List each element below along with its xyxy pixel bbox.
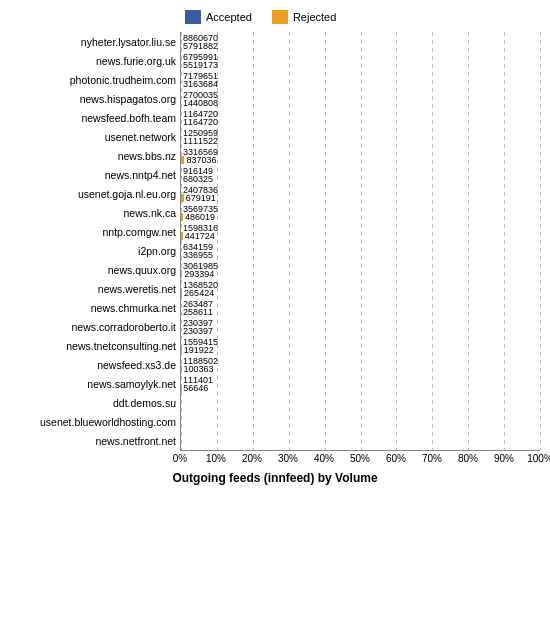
- bar-rejected-label: 1164720: [183, 117, 218, 127]
- bar-row: 1559415191922: [181, 336, 540, 355]
- bar-rejected-label: 680325: [183, 174, 213, 184]
- x-tick: 80%: [458, 453, 478, 464]
- bar-rejected: 56646: [181, 384, 213, 392]
- x-tick: 60%: [386, 453, 406, 464]
- y-label: newsfeed.bofh.team: [10, 108, 180, 127]
- bar-rejected: 293394: [181, 270, 218, 278]
- bar-rejected-label: 265424: [184, 288, 214, 298]
- bar-pair: 1598316441724: [181, 222, 218, 241]
- bar-rejected: 100363: [181, 365, 218, 373]
- bar-rejected-label: 258611: [183, 307, 213, 317]
- bar-rejected: 3163684: [181, 80, 218, 88]
- bar-rejected: 486019: [181, 213, 218, 221]
- bar-rejected-fill: [181, 289, 182, 297]
- bar-rejected: 679191: [181, 194, 218, 202]
- bar-rejected: 258611: [181, 308, 213, 316]
- bar-row: 2407836679191: [181, 184, 540, 203]
- y-label: news.nk.ca: [10, 203, 180, 222]
- bar-row: [181, 393, 540, 412]
- bar-rejected-label: 1111522: [183, 136, 218, 146]
- bar-rejected: 1111522: [181, 137, 218, 145]
- x-tick: 50%: [350, 453, 370, 464]
- y-label: news.samoylyk.net: [10, 374, 180, 393]
- y-labels: nyheter.lysator.liu.senews.furie.org.ukp…: [10, 32, 180, 467]
- bar-rejected-label: 679191: [186, 193, 216, 203]
- bar-pair: 88606705791882: [181, 32, 218, 51]
- bar-rejected-label: 837036: [186, 155, 216, 165]
- bar-row: 1598316441724: [181, 222, 540, 241]
- bar-row: 11647201164720: [181, 108, 540, 127]
- x-tick: 20%: [242, 453, 262, 464]
- x-tick: 90%: [494, 453, 514, 464]
- x-tick: 30%: [278, 453, 298, 464]
- y-label: news.tnetconsulting.net: [10, 336, 180, 355]
- bar-rejected: 230397: [181, 327, 213, 335]
- legend-rejected: Rejected: [272, 10, 336, 24]
- legend-rejected-label: Rejected: [293, 11, 336, 23]
- bar-rejected-label: 1440808: [183, 98, 218, 108]
- bar-pair: 67959915519173: [181, 51, 218, 70]
- y-label: news.hispagatos.org: [10, 89, 180, 108]
- bar-rejected: 1164720: [181, 118, 218, 126]
- bar-rejected-label: 100363: [183, 364, 213, 374]
- y-label: i2pn.org: [10, 241, 180, 260]
- y-label: news.chmurka.net: [10, 298, 180, 317]
- bar-pair: 12509591111522: [181, 127, 218, 146]
- bar-rejected-label: 56646: [183, 383, 208, 393]
- bar-rejected-label: 486019: [185, 212, 215, 222]
- grid-line: [540, 32, 541, 450]
- bar-rejected-label: 3163684: [183, 79, 218, 89]
- y-label: news.quux.org: [10, 260, 180, 279]
- bar-rejected-label: 441724: [185, 231, 215, 241]
- x-tick: 100%: [527, 453, 550, 464]
- bar-pair: 71796513163684: [181, 70, 218, 89]
- bar-pair: 11140156646: [181, 374, 213, 393]
- bar-pair: 634159336955: [181, 241, 213, 260]
- bar-row: 263487258611: [181, 298, 540, 317]
- bar-row: [181, 431, 540, 450]
- y-label: news.corradoroberto.it: [10, 317, 180, 336]
- bar-row: 916149680325: [181, 165, 540, 184]
- bar-row: 3061985293394: [181, 260, 540, 279]
- bar-rejected-label: 5791882: [183, 41, 218, 51]
- bar-rejected: 265424: [181, 289, 218, 297]
- bar-row: 27000351440808: [181, 89, 540, 108]
- bar-rejected: 1440808: [181, 99, 218, 107]
- chart-container: Accepted Rejected nyheter.lysator.liu.se…: [0, 0, 550, 630]
- bar-row: 11140156646: [181, 374, 540, 393]
- bar-pair: 1188502100363: [181, 355, 218, 374]
- bar-rejected-fill: [181, 213, 183, 221]
- bar-pair: 1559415191922: [181, 336, 218, 355]
- bar-rejected-label: 336955: [183, 250, 213, 260]
- y-label: newsfeed.xs3.de: [10, 355, 180, 374]
- bar-pair: 230397230397: [181, 317, 213, 336]
- bar-row: 3569735486019: [181, 203, 540, 222]
- bars-wrapper: 8860670579188267959915519173717965131636…: [180, 32, 540, 467]
- bar-row: 88606705791882: [181, 32, 540, 51]
- y-label: news.netfront.net: [10, 431, 180, 450]
- y-label: photonic.trudheim.com: [10, 70, 180, 89]
- bar-rejected: 5519173: [181, 61, 218, 69]
- x-axis-ticks: 0%10%20%30%40%50%60%70%80%90%100%: [180, 451, 540, 467]
- bar-row: 67959915519173: [181, 51, 540, 70]
- bar-rejected-label: 5519173: [183, 60, 218, 70]
- bar-pair: 263487258611: [181, 298, 213, 317]
- y-label: ddt.demos.su: [10, 393, 180, 412]
- y-label: news.nntp4.net: [10, 165, 180, 184]
- bar-row: 3316569837036: [181, 146, 540, 165]
- bar-pair: 2407836679191: [181, 184, 218, 203]
- y-label: news.furie.org.uk: [10, 51, 180, 70]
- x-tick: 10%: [206, 453, 226, 464]
- legend-rejected-box: [272, 10, 288, 24]
- y-label: usenet.network: [10, 127, 180, 146]
- legend: Accepted Rejected: [10, 10, 540, 24]
- legend-accepted-box: [185, 10, 201, 24]
- x-tick: 40%: [314, 453, 334, 464]
- y-label: usenet.goja.nl.eu.org: [10, 184, 180, 203]
- bar-rejected-fill: [181, 232, 183, 240]
- x-tick: 0%: [173, 453, 187, 464]
- bar-pair: 3569735486019: [181, 203, 218, 222]
- y-label: usenet.blueworldhosting.com: [10, 412, 180, 431]
- bar-rejected-label: 230397: [183, 326, 213, 336]
- bar-rejected: 680325: [181, 175, 213, 183]
